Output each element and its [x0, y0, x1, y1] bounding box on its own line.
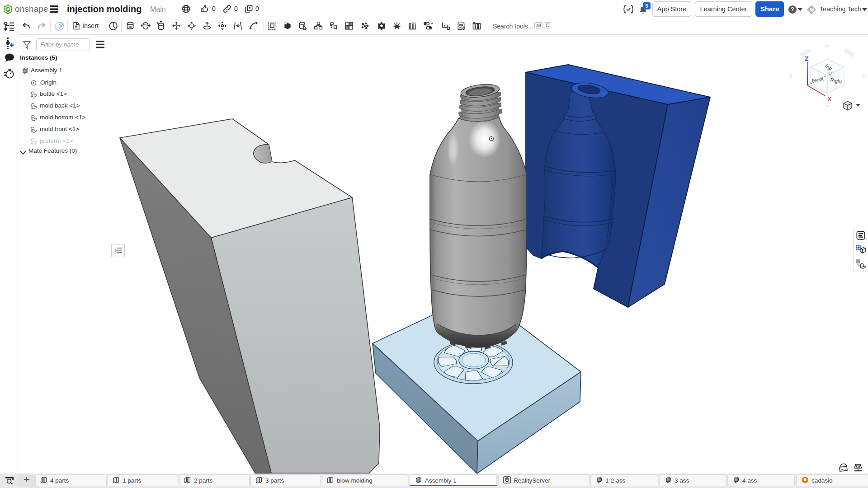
- svg-text:X: X: [827, 95, 832, 103]
- svg-text:Z: Z: [805, 55, 809, 62]
